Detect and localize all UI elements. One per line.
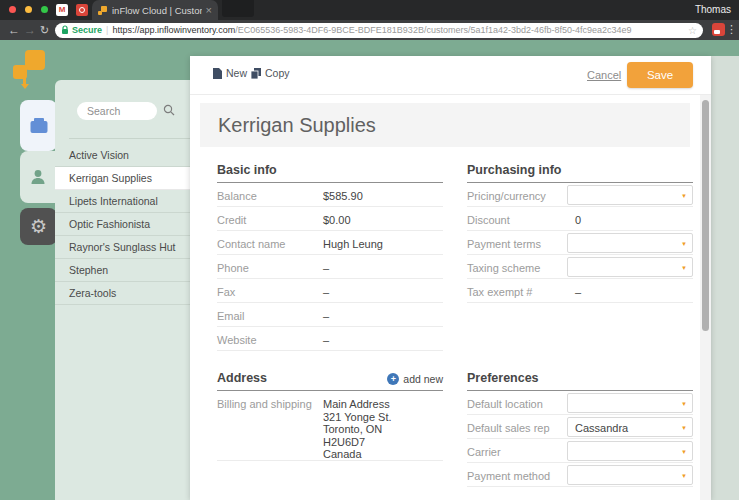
gear-icon: ⚙ — [30, 215, 47, 238]
chevron-down-icon: ▼ — [681, 449, 687, 455]
window-zoom-button[interactable] — [41, 6, 48, 13]
contact-name-value[interactable]: Hugh Leung — [323, 238, 383, 250]
inflow-logo-icon — [13, 48, 47, 92]
browser-navbar: ← → ↻ Secure | https://app.inflowinvento… — [0, 20, 739, 40]
app-background: ⚙ Active Vision Kerrigan Supplies Lipets… — [0, 40, 739, 500]
list-item-optic-fashionista[interactable]: Optic Fashionista — [55, 213, 190, 236]
card-scrollbar[interactable] — [700, 95, 711, 500]
field-label: Carrier — [467, 446, 501, 458]
taxing-scheme-row: Taxing scheme ▼ — [467, 255, 693, 279]
new-tab-button[interactable] — [222, 0, 254, 17]
preferences-section: Preferences Default location ▼ Default s… — [467, 369, 693, 487]
carrier-dropdown[interactable]: ▼ — [567, 441, 693, 461]
bookmark-star-icon[interactable]: ☆ — [688, 25, 697, 36]
address-section: Address + add new Billing and shipping M… — [217, 369, 443, 461]
add-new-address-button[interactable]: + add new — [387, 370, 443, 388]
discount-row: Discount 0 — [467, 207, 693, 231]
list-item-lipets-international[interactable]: Lipets International — [55, 190, 190, 213]
browser-tab-strip: M inFlow Cloud | Customers × Thomas — [0, 0, 739, 20]
default-sales-rep-dropdown[interactable]: Cassandra ▼ — [567, 417, 693, 437]
window-close-button[interactable] — [9, 6, 16, 13]
chevron-down-icon: ▼ — [681, 473, 687, 479]
credit-value[interactable]: $0.00 — [323, 214, 351, 226]
list-item-zera-tools[interactable]: Zera-tools — [55, 282, 190, 305]
url-path: /EC065536-5983-4DF6-9BCE-BDFE181B932B/cu… — [235, 25, 684, 35]
tax-exempt-value[interactable]: – — [575, 286, 581, 298]
box-icon — [29, 117, 49, 134]
browser-tab-active[interactable]: inFlow Cloud | Customers × — [92, 0, 218, 20]
website-value[interactable]: – — [323, 334, 329, 346]
chevron-down-icon: ▼ — [681, 193, 687, 199]
carrier-row: Carrier ▼ — [467, 439, 693, 463]
field-label: Contact name — [217, 238, 285, 250]
fax-row: Fax – — [217, 279, 443, 303]
field-label: Payment terms — [467, 238, 541, 250]
purchasing-info-title: Purchasing info — [467, 161, 693, 183]
url-divider: | — [106, 25, 108, 35]
phone-value[interactable]: – — [323, 262, 329, 274]
pricing-currency-row: Pricing/currency ▼ — [467, 183, 693, 207]
list-item-raynors-sunglass-hut[interactable]: Raynor's Sunglass Hut — [55, 236, 190, 259]
scrollbar-thumb[interactable] — [702, 100, 709, 331]
forward-icon: → — [24, 22, 36, 38]
tax-exempt-row: Tax exempt # – — [467, 279, 693, 303]
purchasing-info-section: Purchasing info Pricing/currency ▼ Disco… — [467, 161, 693, 303]
person-icon — [29, 168, 47, 186]
basic-info-title: Basic info — [217, 161, 443, 183]
window-minimize-button[interactable] — [25, 6, 32, 13]
chrome-profile-name[interactable]: Thomas — [695, 4, 731, 15]
chrome-menu-icon[interactable]: ⋮ — [726, 23, 737, 36]
sidebar-item-settings[interactable]: ⚙ — [20, 208, 57, 245]
phone-row: Phone – — [217, 255, 443, 279]
left-column: Basic info Balance $585.90 Credit $0.00 … — [217, 56, 443, 500]
back-icon[interactable]: ← — [8, 22, 20, 38]
credit-row: Credit $0.00 — [217, 207, 443, 231]
address-title-label: Address — [217, 371, 267, 385]
contact-name-row: Contact name Hugh Leung — [217, 231, 443, 255]
plus-icon: + — [387, 373, 399, 385]
pinned-tab-clock-icon[interactable] — [76, 4, 88, 16]
fax-value[interactable]: – — [323, 286, 329, 298]
email-value[interactable]: – — [323, 310, 329, 322]
customer-list-panel: Active Vision Kerrigan Supplies Lipets I… — [55, 80, 190, 500]
search-input[interactable] — [77, 102, 157, 120]
field-label: Default sales rep — [467, 422, 550, 434]
default-location-dropdown[interactable]: ▼ — [567, 393, 693, 413]
chevron-down-icon: ▼ — [681, 265, 687, 271]
email-row: Email – — [217, 303, 443, 327]
browser-extension-icon[interactable] — [712, 23, 725, 36]
field-label: Taxing scheme — [467, 262, 540, 274]
chevron-down-icon: ▼ — [681, 241, 687, 247]
list-item-kerrigan-supplies[interactable]: Kerrigan Supplies — [55, 167, 190, 190]
sidebar-item-customers[interactable] — [20, 151, 56, 203]
dropdown-value: Cassandra — [575, 422, 628, 434]
address-value[interactable]: Main Address 321 Yonge St. Toronto, ON H… — [323, 398, 392, 461]
payment-terms-row: Payment terms ▼ — [467, 231, 693, 255]
field-label: Fax — [217, 286, 235, 298]
divider — [69, 138, 190, 139]
sidebar-item-inventory[interactable] — [20, 100, 57, 151]
discount-value[interactable]: 0 — [575, 214, 581, 226]
field-label: Billing and shipping — [217, 398, 312, 410]
basic-info-section: Basic info Balance $585.90 Credit $0.00 … — [217, 161, 443, 351]
search-icon[interactable] — [163, 104, 175, 116]
pinned-tab-mail-icon[interactable]: M — [56, 4, 68, 16]
field-label: Tax exempt # — [467, 286, 532, 298]
tab-close-icon[interactable]: × — [206, 4, 212, 16]
field-label: Phone — [217, 262, 249, 274]
taxing-scheme-dropdown[interactable]: ▼ — [567, 257, 693, 277]
payment-method-dropdown[interactable]: ▼ — [567, 465, 693, 485]
balance-value: $585.90 — [323, 190, 363, 202]
list-item-active-vision[interactable]: Active Vision — [55, 144, 190, 167]
customer-detail-card: New Copy Cancel Save Kerrigan Supplies B… — [190, 56, 711, 500]
chevron-down-icon: ▼ — [681, 401, 687, 407]
address-title: Address + add new — [217, 369, 443, 391]
list-item-stephen[interactable]: Stephen — [55, 259, 190, 282]
url-host: https://app.inflowinventory.com — [112, 25, 235, 35]
pricing-currency-dropdown[interactable]: ▼ — [567, 185, 693, 205]
reload-icon[interactable]: ↻ — [40, 22, 49, 38]
field-label: Discount — [467, 214, 510, 226]
field-label: Email — [217, 310, 245, 322]
url-bar[interactable]: Secure | https://app.inflowinventory.com… — [55, 23, 703, 38]
payment-terms-dropdown[interactable]: ▼ — [567, 233, 693, 253]
